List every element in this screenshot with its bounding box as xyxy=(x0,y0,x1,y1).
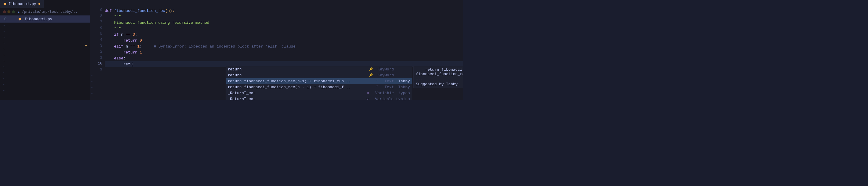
line-number: 8 xyxy=(90,14,105,20)
completion-text: return xyxy=(228,67,369,72)
maximize-window-icon xyxy=(12,10,15,13)
completion-text: _ReturnT_co~ xyxy=(228,97,367,101)
line-number: 4 xyxy=(90,37,105,43)
folder-icon: ▸ xyxy=(18,10,20,14)
line-number: 7 xyxy=(90,20,105,26)
completion-text: return xyxy=(228,73,369,78)
completion-kind: Text xyxy=(384,79,394,83)
editor-tabs: ⬢ fibonacci.py ● xyxy=(0,0,90,8)
completion-text: return fibonacci_function_rec(n-1) + fib… xyxy=(228,79,376,83)
diagnostic-icon: ■ xyxy=(154,44,156,49)
var-icon: α xyxy=(367,91,371,95)
empty-lines: ~~~~ xyxy=(91,73,93,97)
window-traffic-lights xyxy=(3,10,15,13)
line-number: 1 xyxy=(90,67,105,73)
close-window-icon xyxy=(3,10,6,13)
code-area[interactable]: def fibonacci_function_rec(n): """ Fibon… xyxy=(105,8,463,73)
empty-lines: ~~~~~~~~~~~~ xyxy=(0,23,90,94)
completion-source: types xyxy=(396,91,410,96)
file-tab-name: fibonacci.py xyxy=(8,2,36,6)
completion-source: Tabby xyxy=(396,79,410,83)
file-tree-item[interactable]: 0 ⬢ fibonacci.py xyxy=(0,15,90,23)
detail-source: Suggested by Tabby. xyxy=(416,82,463,86)
txt-icon: ᵀ xyxy=(376,85,380,89)
python-icon: ⬢ xyxy=(19,17,22,21)
line-number: 2 xyxy=(90,49,105,55)
completion-kind: Keyword xyxy=(377,67,394,72)
text-cursor xyxy=(133,62,133,67)
editor-window: ⬢ fibonacci.py ● ▸ /private/tmp/test_tab… xyxy=(0,0,463,100)
completion-text: return fibonacci_function_rec(n - 1) + f… xyxy=(228,85,376,89)
tree-index: 0 xyxy=(3,17,6,22)
line-number: 5 xyxy=(90,32,105,37)
completion-source: typing xyxy=(396,97,410,101)
modified-indicator-icon: ● xyxy=(38,2,40,6)
file-path: /private/tmp/test_tabby/.. xyxy=(22,10,78,14)
completion-item[interactable]: return🔑Keyword xyxy=(226,72,412,78)
completion-item[interactable]: return fibonacci_function_rec(n - 1) + f… xyxy=(226,84,412,90)
completion-item[interactable]: _ReturnT_co~αVariabletyping xyxy=(226,96,412,100)
line-number: 6 xyxy=(90,26,105,32)
completion-kind: Text xyxy=(384,85,394,89)
line-number-gutter: 9 8 7 6 5 4 ▲ 3 2 1 10 1 xyxy=(90,8,105,73)
line-number: 9 xyxy=(90,8,105,14)
detail-separator: --- xyxy=(416,77,463,81)
completion-kind: Variable xyxy=(375,91,394,96)
completion-item[interactable]: return🔑Keyword xyxy=(226,66,412,72)
completion-item[interactable]: _ReturnT_co~αVariabletypes xyxy=(226,90,412,96)
file-tab[interactable]: ⬢ fibonacci.py ● xyxy=(0,0,44,8)
completion-kind: Keyword xyxy=(377,73,394,78)
line-number-current: 10 xyxy=(90,61,105,67)
key-icon: 🔑 xyxy=(369,73,373,77)
line-number: ▲ 3 xyxy=(90,43,105,49)
completion-popup[interactable]: return🔑Keywordreturn🔑Keywordreturn fibon… xyxy=(226,66,412,100)
var-icon: α xyxy=(367,98,371,101)
warning-icon: ▲ xyxy=(85,43,87,47)
editor-sidebar: ⬢ fibonacci.py ● ▸ /private/tmp/test_tab… xyxy=(0,0,90,100)
editor-pane[interactable]: 9 8 7 6 5 4 ▲ 3 2 1 10 1 def fibonacci_f… xyxy=(90,0,463,100)
diagnostic-message: SyntaxError: Expected an indented block … xyxy=(159,44,296,49)
txt-icon: ᵀ xyxy=(376,79,380,83)
completion-kind: Variable xyxy=(375,97,394,101)
minimize-window-icon xyxy=(7,10,10,13)
completion-item[interactable]: return fibonacci_function_rec(n-1) + fib… xyxy=(226,78,412,84)
completion-text: _ReturnT_co~ xyxy=(228,91,367,96)
python-icon: ⬢ xyxy=(4,2,6,6)
completion-detail-popup: return fibonacci_function_rec(n-1) + fib… xyxy=(413,66,463,88)
line-number: 1 xyxy=(90,55,105,61)
detail-code: return fibonacci_function_rec(n-1) + fib… xyxy=(416,68,463,76)
key-icon: 🔑 xyxy=(369,68,373,71)
completion-source: Tabby xyxy=(396,85,410,89)
file-path-row: ▸ /private/tmp/test_tabby/.. xyxy=(0,8,90,15)
tree-file-name: fibonacci.py xyxy=(24,17,52,22)
